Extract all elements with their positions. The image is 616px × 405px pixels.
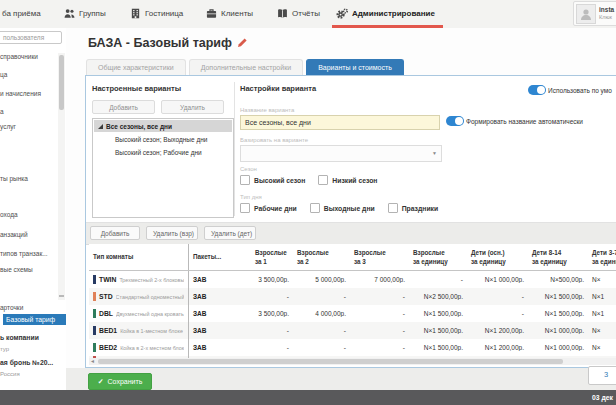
check-icon: ✓ — [98, 378, 104, 386]
table-row[interactable]: TWINТрехместный 2-х блоковыйЗАВ3 500,00р… — [89, 271, 616, 288]
variant-add-button[interactable]: Добавить — [92, 100, 155, 114]
sidebar-item[interactable]: Россия — [0, 371, 20, 377]
auto-name-label: Формировать название автоматически — [466, 118, 583, 125]
checkbox-option[interactable]: Рабочие дни — [240, 203, 297, 213]
tree-root-label: Все сезоны, все дни — [106, 123, 172, 130]
variant-settings-title: Настройки варианта — [240, 84, 316, 93]
nav-item-label: ба приёма — [2, 9, 41, 18]
use-default-toggle[interactable] — [528, 85, 546, 95]
table-row[interactable]: DBLДвухместный одна кроватьЗАВ3 500,00р.… — [89, 305, 616, 322]
price-cell: - — [350, 310, 409, 317]
table-scrollbar-thumb[interactable] — [98, 359, 563, 364]
checkbox-option[interactable]: Высокий сезон — [240, 175, 305, 185]
checkbox-option[interactable]: Выходные дни — [310, 203, 375, 213]
tree-child-item[interactable]: Высокий сезон; Выходные дни — [93, 133, 233, 146]
use-default-label: Использовать по умо — [548, 87, 612, 94]
table-horizontal-scrollbar[interactable]: ◄ — [89, 358, 616, 365]
checkbox[interactable] — [240, 175, 250, 185]
column-header: Взрослыеза 2 — [293, 244, 350, 270]
variant-name-label: Название варианта — [240, 107, 294, 113]
checkbox-label: Рабочие дни — [254, 205, 297, 212]
tree-child-item[interactable]: Высокий сезон; Рабочие дни — [93, 146, 233, 159]
nav-item-label: Гостиница — [145, 9, 183, 18]
price-cell: - — [350, 344, 409, 351]
table-row[interactable]: BED2Койка в 2-х местном блокеЗАВ---N×1 5… — [89, 339, 616, 356]
price-cell: N×2 500,00р. — [409, 293, 467, 300]
sidebar-item[interactable]: анзакций — [0, 231, 28, 238]
price-cell: N×1 — [588, 310, 616, 317]
room-color-marker — [93, 292, 96, 301]
variants-card: Настроенные варианты Добавить Удалить Вс… — [85, 75, 616, 368]
room-type-cell: TWINТрехместный 2-х блоковый — [89, 271, 189, 288]
checkbox-option[interactable]: Праздники — [388, 203, 438, 213]
base-variant-select[interactable]: ▼ — [240, 145, 442, 162]
use-default-toggle-row: Использовать по умо — [528, 85, 612, 95]
sidebar-item[interactable]: ая бронь №20... — [0, 359, 53, 366]
auto-name-toggle[interactable] — [446, 116, 464, 126]
price-toolbar-button-0[interactable]: Добавить — [90, 226, 140, 240]
edit-pencil-icon[interactable] — [237, 34, 248, 52]
sidebar-scrollbar-thumb[interactable] — [59, 55, 64, 110]
room-code: STD — [99, 293, 113, 300]
tree-children: Высокий сезон; Выходные дниВысокий сезон… — [93, 133, 233, 159]
checkbox[interactable] — [240, 203, 250, 213]
save-button[interactable]: ✓ Сохранить — [88, 373, 152, 390]
checkbox-label: Праздники — [402, 205, 438, 212]
sidebar-item[interactable]: ты рынка — [0, 175, 28, 182]
column-header: Взрослыеза 3 — [350, 244, 409, 270]
table-row[interactable]: STDСтандартный одноместныйЗАВ---N×2 500,… — [89, 288, 616, 305]
room-color-marker — [93, 343, 96, 352]
configured-variants-title: Настроенные варианты — [92, 84, 181, 93]
price-cell: N× — [588, 327, 616, 334]
nav-item-0[interactable]: ба приёма — [2, 0, 41, 27]
checkbox[interactable] — [310, 203, 320, 213]
sidebar-item[interactable]: Базовый тариф — [3, 314, 66, 325]
counter-button[interactable]: 3 — [588, 366, 616, 385]
nav-item-1[interactable]: Группы — [64, 0, 106, 27]
sidebar-item[interactable]: ца — [0, 71, 7, 78]
variant-delete-button[interactable]: Удалить — [161, 100, 224, 114]
tab-2[interactable]: Варианты и стоимость — [306, 59, 404, 75]
price-cell: - — [467, 310, 528, 317]
price-toolbar-button-1[interactable]: Удалить (взр) — [146, 226, 198, 240]
column-header: Тип комнаты — [89, 244, 189, 270]
room-type-cell: DBLДвухместный одна кровать — [89, 305, 189, 322]
user-avatar-icon — [576, 4, 596, 24]
checkbox[interactable] — [318, 175, 328, 185]
sidebar-item[interactable]: и начисления — [0, 90, 41, 97]
sidebar-scrollbar[interactable] — [58, 53, 65, 300]
nav-item-3[interactable]: Клиенты — [206, 0, 253, 27]
nav-item-2[interactable]: Гостиница — [130, 0, 183, 27]
price-toolbar-button-2[interactable]: Удалить (дет) — [204, 226, 256, 240]
sidebar-item[interactable]: тур — [0, 346, 9, 352]
sidebar-item[interactable]: типов транзак... — [0, 250, 48, 257]
tab-0[interactable]: Общие характеристики — [86, 59, 186, 75]
sidebar-item[interactable]: вые схемы — [0, 266, 33, 273]
tab-1[interactable]: Дополнительные настройки — [189, 59, 304, 75]
price-cell: - — [251, 344, 293, 351]
nav-item-5[interactable]: Администрирование — [336, 0, 435, 27]
checkbox[interactable] — [388, 203, 398, 213]
sidebar-item[interactable]: ь компании — [0, 334, 39, 341]
package-cell: ЗАВ — [189, 327, 251, 334]
room-color-marker — [93, 326, 96, 335]
sidebar-item[interactable]: арточки — [0, 304, 23, 311]
checkbox-option[interactable]: Низкий сезон — [318, 175, 377, 185]
sidebar-search-input[interactable]: пользователя — [0, 31, 62, 44]
scroll-left-arrow-icon[interactable]: ◄ — [90, 358, 95, 365]
sidebar-item[interactable]: а — [0, 108, 4, 115]
room-type-cell: STDСтандартный одноместный — [89, 288, 189, 305]
nav-item-4[interactable]: Отчёты — [277, 0, 320, 27]
table-row[interactable]: BED1Койка в 1-местном блокеЗАВ---N×1 500… — [89, 322, 616, 339]
variant-name-input[interactable]: Все сезоны, все дни — [240, 115, 440, 130]
user-box[interactable]: insta Клюк — [573, 1, 616, 26]
column-header: Взрослыеза 1 — [251, 244, 293, 270]
sidebar-item[interactable]: справочники — [0, 53, 38, 60]
sidebar-item[interactable]: услуг — [0, 123, 16, 130]
tree-expand-icon[interactable] — [98, 124, 103, 129]
variants-tree: Все сезоны, все дни Высокий сезон; Выход… — [92, 118, 234, 218]
tree-root-item[interactable]: Все сезоны, все дни — [94, 120, 232, 132]
sidebar-item[interactable]: охода — [0, 211, 18, 218]
price-cell: 7 000,00р. — [350, 276, 409, 283]
package-cell: ЗАВ — [189, 293, 251, 300]
